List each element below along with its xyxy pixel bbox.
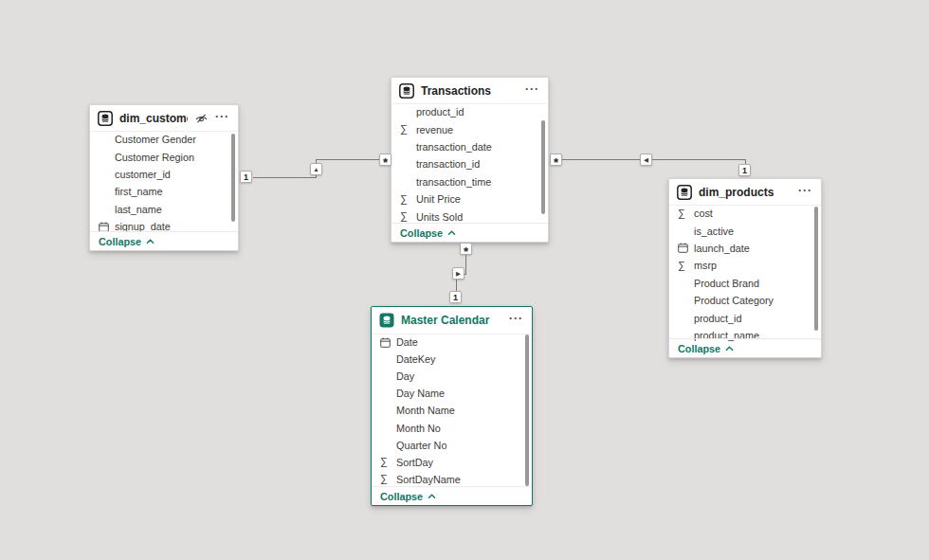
collapse-label: Collapse [400, 227, 443, 239]
field-row[interactable]: first_name [90, 183, 238, 200]
field-row[interactable]: Product Category [669, 292, 821, 309]
field-row[interactable]: transaction_date [392, 138, 548, 155]
chevron-up-icon [725, 346, 734, 352]
field-row[interactable]: is_active [669, 222, 821, 239]
table-icon [98, 111, 113, 126]
relationship-line-products-transactions[interactable] [562, 159, 745, 160]
chevron-up-icon [447, 230, 456, 236]
more-options-button[interactable]: ··· [215, 112, 229, 125]
field-row[interactable]: Quarter No [372, 437, 532, 454]
table-card-master-calendar[interactable]: Master Calendar ··· Date DateKey Day Day… [371, 306, 533, 506]
table-card-transactions[interactable]: Transactions ··· product_id ∑revenue tra… [391, 77, 549, 243]
field-label: Product Category [694, 295, 774, 306]
field-row[interactable]: Customer Region [90, 148, 238, 165]
cardinality-many-label[interactable]: * [550, 154, 562, 166]
sigma-icon: ∑ [400, 124, 416, 135]
table-icon [379, 313, 394, 328]
field-label: Customer Gender [115, 134, 196, 145]
sigma-icon: ∑ [380, 457, 396, 467]
field-list: Date DateKey Day Day Name Month Name Mon… [372, 334, 532, 489]
cardinality-many-text: * [383, 155, 388, 170]
field-list: ∑cost is_active launch_date ∑msrp Produc… [669, 205, 821, 341]
cardinality-many-label[interactable]: * [379, 154, 392, 166]
more-options-button[interactable]: ··· [509, 314, 523, 327]
arrow-up-glyph: ▲ [313, 166, 319, 172]
field-label: DateKey [396, 353, 435, 365]
field-row[interactable]: Month No [372, 419, 532, 436]
field-row[interactable]: transaction_time [392, 173, 548, 190]
cardinality-many-label[interactable]: * [460, 243, 472, 255]
field-row[interactable]: ∑SortDay [372, 454, 532, 471]
sigma-icon: ∑ [400, 211, 416, 222]
scrollbar[interactable] [814, 207, 818, 331]
field-row[interactable]: ∑revenue [392, 120, 548, 137]
scrollbar[interactable] [541, 120, 545, 214]
more-options-button[interactable]: ··· [525, 84, 539, 98]
field-label: transaction_id [416, 158, 480, 170]
cardinality-one-label[interactable]: 1 [240, 171, 252, 183]
scrollbar[interactable] [231, 134, 235, 222]
table-card-dim-products[interactable]: dim_products ··· ∑cost is_active launch_… [668, 178, 822, 358]
field-label: Day [396, 370, 414, 382]
table-header[interactable]: dim_customer ··· [90, 105, 238, 132]
cardinality-one-text: 1 [453, 293, 458, 302]
chevron-up-icon [428, 494, 436, 499]
field-row[interactable]: last_name [90, 201, 238, 218]
field-label: Customer Region [115, 152, 194, 163]
field-label: launch_date [694, 243, 750, 254]
model-view-canvas[interactable]: 1 ▲ * * ◀ 1 * ▶ 1 dim_customer ··· Custo… [0, 0, 929, 560]
sigma-icon: ∑ [678, 208, 694, 219]
table-header[interactable]: dim_products ··· [669, 179, 821, 206]
field-row[interactable]: Customer Gender [90, 131, 238, 148]
field-label: is_active [694, 226, 734, 237]
field-row[interactable]: ∑msrp [669, 257, 821, 274]
collapse-label: Collapse [678, 343, 720, 354]
arrow-left-glyph: ◀ [644, 156, 648, 164]
field-row[interactable]: product_id [669, 309, 821, 326]
field-row[interactable]: Month Name [372, 402, 532, 419]
collapse-button[interactable]: Collapse [392, 223, 548, 242]
table-header[interactable]: Master Calendar ··· [372, 307, 532, 334]
field-label: product_id [416, 106, 464, 117]
field-label: Units Sold [416, 211, 463, 223]
field-label: revenue [416, 124, 453, 135]
field-label: Day Name [396, 388, 445, 399]
collapse-button[interactable]: Collapse [669, 338, 821, 357]
field-label: Unit Price [416, 193, 461, 205]
collapse-button[interactable]: Collapse [90, 231, 238, 250]
collapse-button[interactable]: Collapse [372, 486, 532, 505]
cardinality-one-label[interactable]: 1 [449, 291, 462, 303]
relationship-line-customer-transactions[interactable] [253, 177, 316, 178]
field-row[interactable]: transaction_id [392, 155, 548, 172]
field-label: Date [396, 336, 418, 348]
field-label: Quarter No [396, 440, 446, 451]
relationship-line-customer-transactions[interactable] [317, 159, 379, 160]
arrow-right-glyph: ▶ [456, 270, 461, 278]
table-title: dim_customer [119, 112, 188, 125]
hidden-eye-icon[interactable] [194, 112, 209, 124]
table-card-dim-customer[interactable]: dim_customer ··· Customer Gender Custome… [89, 104, 239, 251]
field-row[interactable]: ∑Unit Price [392, 190, 548, 208]
cardinality-one-text: 1 [244, 172, 248, 182]
calendar-icon [99, 222, 115, 232]
field-row[interactable]: Day [372, 368, 532, 385]
field-row[interactable]: DateKey [372, 351, 532, 368]
filter-direction-arrow-right-icon[interactable]: ▶ [452, 267, 464, 280]
field-row[interactable]: Product Brand [669, 275, 821, 292]
field-row[interactable]: ∑cost [669, 205, 821, 222]
field-label: first_name [115, 186, 162, 197]
more-options-button[interactable]: ··· [798, 186, 812, 199]
field-list: product_id ∑revenue transaction_date tra… [392, 103, 548, 226]
field-row[interactable]: launch_date [669, 240, 821, 257]
collapse-label: Collapse [380, 491, 423, 502]
field-row[interactable]: Day Name [372, 385, 532, 402]
scrollbar[interactable] [525, 334, 529, 486]
field-row[interactable]: customer_id [90, 166, 238, 183]
field-row[interactable]: product_id [392, 103, 548, 120]
table-header[interactable]: Transactions ··· [392, 78, 548, 104]
cardinality-one-label[interactable]: 1 [738, 164, 751, 176]
filter-direction-arrow-up-icon[interactable]: ▲ [310, 163, 322, 175]
field-label: Month No [396, 423, 441, 434]
filter-direction-arrow-left-icon[interactable]: ◀ [640, 154, 652, 166]
field-row[interactable]: Date [372, 334, 532, 351]
